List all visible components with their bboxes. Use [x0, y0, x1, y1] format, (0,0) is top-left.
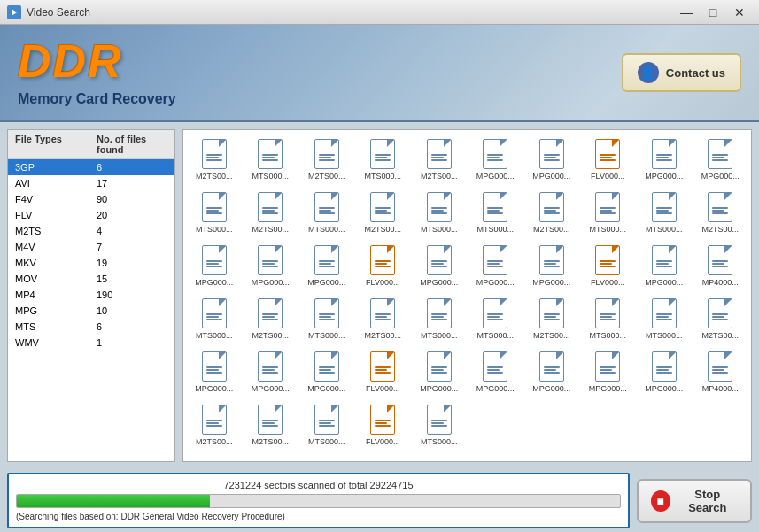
file-grid-item[interactable]: MP4000... — [693, 346, 748, 397]
file-grid-item[interactable]: M2TS00... — [244, 293, 298, 344]
file-grid-item[interactable]: MPG000... — [581, 346, 636, 397]
file-grid-item[interactable]: MPG000... — [299, 346, 354, 397]
file-type-row[interactable]: MOV15 — [8, 271, 174, 287]
close-button[interactable]: ✕ — [727, 3, 752, 22]
file-grid-item[interactable]: FLV000... — [581, 240, 636, 291]
file-grid-item[interactable]: M2TS00... — [524, 293, 579, 344]
file-grid-item[interactable]: MPG000... — [187, 346, 242, 397]
maximize-button[interactable]: □ — [701, 3, 725, 22]
file-grid-item[interactable]: M2TS00... — [299, 134, 354, 185]
file-grid-item[interactable]: MTS000... — [299, 187, 354, 238]
file-grid-item[interactable]: MPG000... — [637, 134, 692, 185]
window-title: Video Search — [27, 6, 90, 19]
file-grid-item[interactable]: FLV000... — [581, 134, 636, 185]
file-label: MTS000... — [646, 331, 683, 340]
file-grid[interactable]: M2TS00... MTS000... M2TS00... — [182, 129, 752, 462]
file-grid-item[interactable]: M2TS00... — [693, 187, 748, 238]
file-label: MPG000... — [307, 278, 345, 287]
file-doc-icon — [481, 351, 509, 382]
file-grid-item[interactable]: MTS000... — [637, 187, 692, 238]
file-grid-item[interactable]: MTS000... — [581, 187, 636, 238]
file-grid-item[interactable]: M2TS00... — [356, 187, 411, 238]
file-type-name: FLV — [15, 210, 97, 220]
file-grid-item[interactable]: M2TS00... — [356, 293, 411, 344]
file-type-row[interactable]: F4V90 — [8, 191, 174, 207]
file-grid-item[interactable]: MPG000... — [524, 346, 579, 397]
file-label: M2TS00... — [252, 437, 289, 446]
file-label: MP4000... — [702, 278, 739, 287]
file-grid-item[interactable]: MPG000... — [299, 240, 354, 291]
file-grid-item[interactable]: MPG000... — [412, 240, 467, 291]
file-grid-item[interactable]: MTS000... — [581, 293, 636, 344]
file-grid-item[interactable]: MTS000... — [469, 293, 523, 344]
file-grid-item[interactable]: MPG000... — [637, 240, 692, 291]
file-grid-item[interactable]: MTS000... — [637, 293, 692, 344]
file-grid-item[interactable]: MTS000... — [299, 293, 354, 344]
file-grid-item[interactable]: FLV000... — [356, 399, 411, 451]
file-grid-item[interactable]: M2TS00... — [693, 293, 748, 344]
file-type-row[interactable]: AVI17 — [8, 175, 174, 191]
file-grid-item[interactable]: MPG000... — [469, 346, 523, 397]
file-type-row[interactable]: M4V7 — [8, 239, 174, 255]
file-grid-item[interactable]: MPG000... — [244, 346, 298, 397]
file-grid-item[interactable]: MTS000... — [412, 399, 467, 451]
file-grid-item[interactable]: MTS000... — [299, 399, 354, 451]
file-grid-item[interactable]: FLV000... — [356, 240, 411, 291]
file-grid-item[interactable]: MPG000... — [524, 240, 579, 291]
file-types-header: File Types No. of files found — [8, 130, 174, 159]
file-grid-item[interactable]: MTS000... — [356, 134, 411, 185]
file-grid-item[interactable]: MTS000... — [469, 187, 523, 238]
file-grid-item[interactable]: M2TS00... — [412, 134, 467, 185]
file-type-row[interactable]: WMV1 — [8, 335, 174, 351]
file-type-row[interactable]: MP4190 — [8, 287, 174, 303]
file-label: M2TS00... — [533, 225, 570, 234]
contact-button[interactable]: 👤 Contact us — [622, 53, 741, 92]
file-grid-item[interactable]: MPG000... — [412, 346, 467, 397]
file-type-row[interactable]: FLV20 — [8, 207, 174, 223]
file-label: MP4000... — [702, 384, 739, 393]
stop-search-button[interactable]: ■ Stop Search — [637, 479, 752, 523]
file-grid-item[interactable]: M2TS00... — [244, 399, 298, 451]
file-type-row[interactable]: 3GP6 — [8, 159, 174, 175]
file-label: MPG000... — [252, 384, 290, 393]
file-grid-item[interactable]: MTS000... — [244, 134, 298, 185]
file-grid-item[interactable]: M2TS00... — [244, 187, 298, 238]
file-label: MPG000... — [195, 278, 233, 287]
file-grid-item[interactable]: MTS000... — [187, 187, 242, 238]
file-doc-icon — [538, 244, 566, 276]
progress-status: (Searching files based on: DDR General V… — [16, 512, 621, 521]
file-grid-item[interactable]: MPG000... — [187, 240, 242, 291]
file-doc-icon — [256, 351, 284, 382]
file-label: MTS000... — [308, 437, 345, 446]
file-grid-item[interactable]: M2TS00... — [187, 134, 242, 185]
file-grid-item[interactable]: MTS000... — [412, 293, 467, 344]
file-grid-item[interactable]: M2TS00... — [187, 399, 242, 451]
app-icon — [7, 5, 21, 19]
file-type-row[interactable]: MTS6 — [8, 319, 174, 335]
file-type-row[interactable]: M2TS4 — [8, 223, 174, 239]
file-type-count: 190 — [97, 289, 167, 300]
vlc-file-icon — [593, 244, 622, 276]
file-type-row[interactable]: MPG10 — [8, 303, 174, 319]
file-label: MPG000... — [252, 278, 290, 287]
file-doc-icon — [256, 297, 284, 329]
file-grid-item[interactable]: MPG000... — [693, 134, 748, 185]
file-grid-item[interactable]: MPG000... — [637, 346, 692, 397]
progress-bar-fill — [17, 495, 210, 507]
vlc-file-icon — [368, 244, 397, 276]
file-type-row[interactable]: MKV19 — [8, 255, 174, 271]
file-label: FLV000... — [366, 437, 399, 446]
file-grid-item[interactable]: FLV000... — [356, 346, 411, 397]
file-type-count: 17 — [97, 178, 167, 189]
file-label: MTS000... — [646, 225, 683, 234]
file-grid-item[interactable]: MPG000... — [469, 134, 523, 185]
file-type-count: 19 — [97, 258, 167, 268]
file-grid-item[interactable]: MPG000... — [524, 134, 579, 185]
file-grid-item[interactable]: MTS000... — [412, 187, 467, 238]
file-grid-item[interactable]: MPG000... — [244, 240, 298, 291]
file-grid-item[interactable]: MPG000... — [469, 240, 523, 291]
file-grid-item[interactable]: M2TS00... — [524, 187, 579, 238]
file-grid-item[interactable]: MTS000... — [187, 293, 242, 344]
file-grid-item[interactable]: MP4000... — [693, 240, 748, 291]
minimize-button[interactable]: — — [674, 3, 699, 22]
